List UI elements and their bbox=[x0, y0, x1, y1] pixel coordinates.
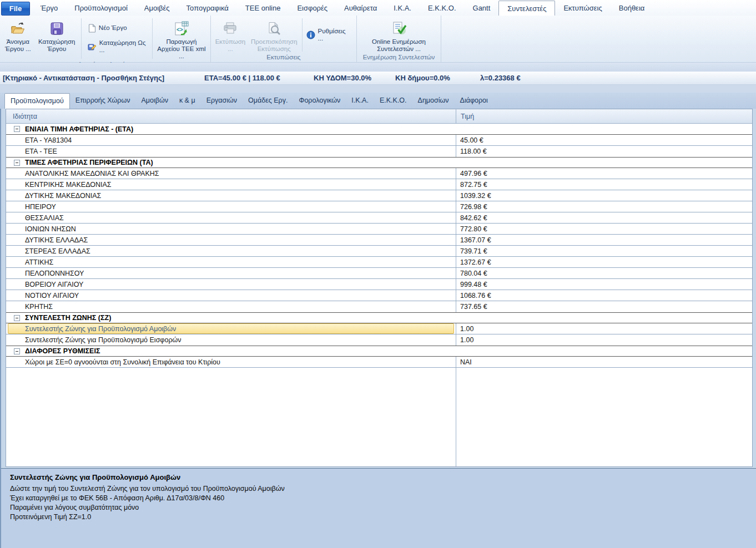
project-title: [Κτηριακό - Αντικατάσταση - Προσθήκη Στέ… bbox=[3, 74, 164, 82]
table-row[interactable]: ΒΟΡΕΙΟΥ ΑΙΓΑΙΟΥ999.48 € bbox=[6, 279, 752, 290]
collapse-icon[interactable] bbox=[14, 315, 20, 321]
table-row[interactable]: ΔΥΤΙΚΗΣ ΜΑΚΕΔΟΝΙΑΣ1039.32 € bbox=[6, 190, 752, 201]
value-cell[interactable]: 45.00 € bbox=[456, 135, 752, 145]
value-cell[interactable]: 739.71 € bbox=[456, 246, 752, 256]
value-cell[interactable]: 726.98 € bbox=[456, 201, 752, 212]
category-tab[interactable]: Φορολογικών bbox=[293, 93, 346, 109]
table-row[interactable]: ΠΕΛΟΠΟΝΝΗΣΟΥ780.04 € bbox=[6, 268, 752, 279]
file-menu-button[interactable]: File bbox=[1, 2, 30, 16]
value-cell[interactable]: 1372.67 € bbox=[456, 257, 752, 267]
value-cell[interactable]: 737.65 € bbox=[456, 301, 752, 312]
table-row[interactable]: ΝΟΤΙΟΥ ΑΙΓΑΙΟΥ1068.76 € bbox=[6, 290, 752, 301]
category-tab[interactable]: Επιρροής Χώρων bbox=[70, 93, 136, 109]
menu-tab[interactable]: Gantt bbox=[465, 1, 499, 16]
value-cell[interactable]: 772.80 € bbox=[456, 224, 752, 234]
category-tab[interactable]: Αμοιβών bbox=[135, 93, 173, 109]
online-update-button[interactable]: Online Ενημέρωση Συντελεστών ... bbox=[360, 17, 438, 53]
property-cell: ΒΟΡΕΙΟΥ ΑΙΓΑΙΟΥ bbox=[6, 279, 456, 290]
table-row[interactable]: ΣΤΕΡΕΑΣ ΕΛΛΑΔΑΣ739.71 € bbox=[6, 246, 752, 257]
table-row[interactable]: ΑΤΤΙΚΗΣ1372.67 € bbox=[6, 257, 752, 268]
category-tab[interactable]: Διάφοροι bbox=[455, 93, 493, 109]
value-cell[interactable]: 780.04 € bbox=[456, 268, 752, 278]
print-label: Εκτύπωση ... bbox=[214, 38, 247, 53]
value-cell[interactable]: 1.00 bbox=[456, 323, 752, 334]
value-cell[interactable]: 872.75 € bbox=[456, 179, 752, 190]
value-cell[interactable]: 999.48 € bbox=[456, 279, 752, 290]
menu-tab[interactable]: Έργο bbox=[32, 1, 66, 16]
xml-file-icon: <> bbox=[174, 18, 189, 38]
table-row[interactable]: ΕΤΑ - ΤΕΕ118.00 € bbox=[6, 146, 752, 157]
ribbon-group-label: Ενημέρωση Συντελεστών bbox=[357, 53, 441, 62]
menu-tab[interactable]: Τοπογραφικά bbox=[178, 1, 237, 16]
separator-band bbox=[0, 85, 756, 93]
menu-tab[interactable]: Εισφορές bbox=[289, 1, 336, 16]
kh-ydom-value: ΚΗ ΥΔΟΜ=30.0% bbox=[314, 74, 371, 82]
menu-bar: FileΈργοΠροϋπολογισμοίΑμοιβέςΤοπογραφικά… bbox=[0, 0, 756, 16]
menu-tab[interactable]: Συντελεστές bbox=[498, 1, 555, 16]
save-as-button[interactable]: Καταχώρηση Ως ... bbox=[85, 39, 148, 54]
value-cell[interactable]: 1.00 bbox=[456, 334, 752, 345]
group-header-row[interactable]: ΔΙΑΦΟΡΕΣ ΡΥΘΜΙΣΕΙΣ bbox=[6, 346, 752, 357]
property-cell: ΘΕΣΣΑΛΙΑΣ bbox=[6, 212, 456, 223]
value-cell[interactable]: 1068.76 € bbox=[456, 290, 752, 301]
table-row[interactable]: ΙΟΝΙΩΝ ΝΗΣΩΝ772.80 € bbox=[6, 224, 752, 235]
value-cell[interactable]: 1039.32 € bbox=[456, 190, 752, 201]
group-label: ΔΙΑΦΟΡΕΣ ΡΥΘΜΙΣΕΙΣ bbox=[25, 347, 100, 355]
menu-tab[interactable]: Αυθαίρετα bbox=[336, 1, 385, 16]
menu-tab[interactable]: Ε.Κ.Κ.Ο. bbox=[420, 1, 465, 16]
property-label: ΘΕΣΣΑΛΙΑΣ bbox=[25, 214, 64, 222]
group-header-row[interactable]: ΤΙΜΕΣ ΑΦΕΤΗΡΙΑΣ ΠΕΡΙΦΕΡΕΙΩΝ (ΤΑ) bbox=[6, 157, 752, 168]
category-tab[interactable]: Ομάδες Εργ. bbox=[243, 93, 293, 109]
column-header-property[interactable]: Ιδιότητα bbox=[6, 113, 456, 120]
property-cell: ΝΟΤΙΟΥ ΑΙΓΑΙΟΥ bbox=[6, 290, 456, 301]
table-row[interactable]: Χώροι με ΣΕ=0 αγνοούνται στη Συνολική Επ… bbox=[6, 357, 752, 368]
group-header-row[interactable]: ΕΝΙΑΙΑ ΤΙΜΗ ΑΦΕΤΗΡΙΑΣ - (ΕΤΑ) bbox=[6, 124, 752, 135]
table-row[interactable]: ΔΥΤΙΚΗΣ ΕΛΛΑΔΑΣ1367.07 € bbox=[6, 235, 752, 246]
table-row[interactable]: ΑΝΑΤΟΛΙΚΗΣ ΜΑΚΕΔΟΝΙΑΣ ΚΑΙ ΘΡΑΚΗΣ497.96 € bbox=[6, 168, 752, 179]
menu-tab[interactable]: Ι.Κ.Α. bbox=[385, 1, 420, 16]
menu-tab[interactable]: TEE online bbox=[237, 1, 289, 16]
table-row[interactable]: ΚΕΝΤΡΙΚΗΣ ΜΑΚΕΔΟΝΙΑΣ872.75 € bbox=[6, 179, 752, 190]
menu-tab[interactable]: Εκτυπώσεις bbox=[555, 1, 610, 16]
collapse-icon[interactable] bbox=[14, 126, 20, 132]
category-tab[interactable]: κ & μ bbox=[174, 93, 201, 109]
eta-value: ΕΤΑ=45.00 € | 118.00 € bbox=[204, 74, 280, 82]
group-header-row[interactable]: ΣΥΝΤΕΛΕΣΤΗ ΖΩΝΗΣ (ΣΖ) bbox=[6, 312, 752, 323]
category-tab[interactable]: Δημοσίων bbox=[412, 93, 455, 109]
table-row[interactable]: ΘΕΣΣΑΛΙΑΣ842.62 € bbox=[6, 212, 752, 224]
new-project-button[interactable]: Νέο Έργο bbox=[85, 23, 129, 33]
menu-tab[interactable]: Προϋπολογισμοί bbox=[66, 1, 135, 16]
table-row[interactable]: Συντελεστής Ζώνης για Προϋπολογισμό Αμοι… bbox=[6, 323, 752, 334]
collapse-icon[interactable] bbox=[14, 160, 20, 166]
open-project-button[interactable]: Άνοιγμα Έργου ... bbox=[2, 17, 34, 60]
kh-dimou-value: ΚΗ δήμου=0.0% bbox=[395, 74, 450, 82]
table-row[interactable]: ΗΠΕΙΡΟΥ726.98 € bbox=[6, 201, 752, 212]
value-cell[interactable]: 842.62 € bbox=[456, 212, 752, 223]
table-row[interactable]: Συντελεστής Ζώνης για Προϋπολογισμό Εισφ… bbox=[6, 334, 752, 346]
separator-band bbox=[0, 63, 756, 72]
category-tab[interactable]: Ε.Κ.Κ.Ο. bbox=[374, 93, 412, 109]
save-project-label: Καταχώρηση Έργου bbox=[36, 38, 78, 53]
category-tab[interactable]: Εργασιών bbox=[201, 93, 243, 109]
table-row[interactable]: ΚΡΗΤΗΣ737.65 € bbox=[6, 301, 752, 312]
property-label: ΠΕΛΟΠΟΝΝΗΣΟΥ bbox=[25, 270, 84, 277]
save-project-button[interactable]: Καταχώρηση Έργου bbox=[34, 17, 79, 60]
generate-tee-xml-button[interactable]: <> Παραγωγή Αρχείου TEE xml ... bbox=[154, 17, 209, 60]
value-cell[interactable]: 497.96 € bbox=[456, 168, 752, 179]
value-cell[interactable]: 118.00 € bbox=[456, 146, 752, 156]
column-header-value[interactable]: Τιμή bbox=[456, 109, 752, 123]
value-cell[interactable]: 1367.07 € bbox=[456, 235, 752, 245]
print-preview-button: Προεπισκόπηση Εκτύπωσης bbox=[248, 17, 300, 53]
ribbon-group-file-management: Άνοιγμα Έργου ... Καταχώρηση Έργου bbox=[0, 16, 211, 62]
settings-button[interactable]: Ρυθμίσεις ... bbox=[304, 27, 355, 43]
description-line: Προτεινόμενη Τιμή ΣΖ=1.0 bbox=[10, 513, 745, 522]
category-tab[interactable]: Ι.Κ.Α. bbox=[346, 93, 374, 109]
ribbon: Άνοιγμα Έργου ... Καταχώρηση Έργου bbox=[0, 16, 756, 63]
menu-tab[interactable]: Βοήθεια bbox=[611, 1, 653, 16]
folder-open-icon bbox=[11, 18, 26, 38]
menu-tab[interactable]: Αμοιβές bbox=[136, 1, 178, 16]
table-row[interactable]: ΕΤΑ - ΥΑ8130445.00 € bbox=[6, 135, 752, 146]
value-cell[interactable]: ΝΑΙ bbox=[456, 357, 752, 367]
category-tab[interactable]: Προϋπολογισμού bbox=[4, 93, 70, 109]
collapse-icon[interactable] bbox=[14, 348, 20, 354]
